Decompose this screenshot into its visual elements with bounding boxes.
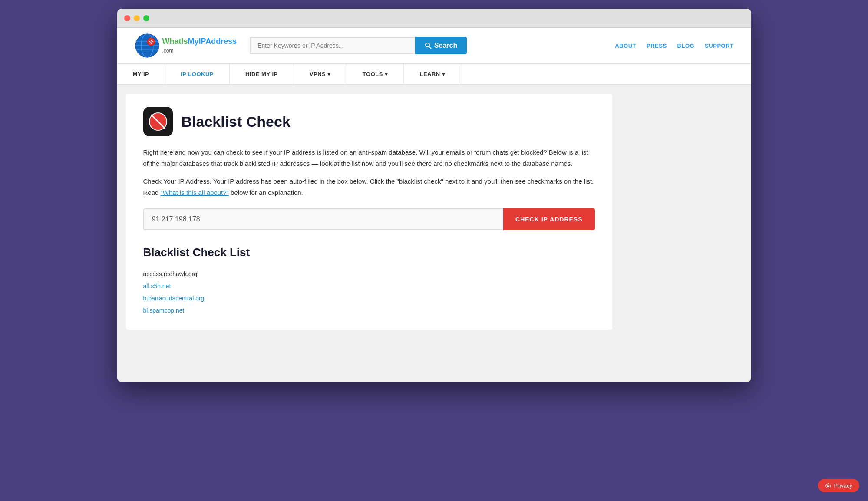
header-nav: ABOUT PRESS BLOG SUPPORT	[615, 43, 733, 49]
list-item: access.redhawk.org	[143, 268, 595, 280]
nav-my-ip[interactable]: MY IP	[117, 64, 165, 84]
svg-line-12	[429, 46, 431, 49]
logo-text: WhatIsMyIPAddress .com	[162, 37, 237, 55]
blacklist-link[interactable]: bl.spamcop.net	[143, 307, 185, 314]
description-para2: Check Your IP Address. Your IP address h…	[143, 176, 595, 198]
nav-ip-lookup[interactable]: IP LOOKUP	[165, 64, 230, 84]
close-button[interactable]	[124, 15, 130, 21]
nav-tools[interactable]: TOOLS ▾	[347, 64, 404, 84]
nav-hide-my-ip[interactable]: HIDE MY IP	[230, 64, 294, 84]
traffic-lights	[124, 15, 149, 21]
maximize-button[interactable]	[143, 15, 149, 21]
nav-about[interactable]: ABOUT	[615, 43, 636, 49]
svg-point-17	[826, 483, 831, 488]
logo-globe-icon	[135, 33, 160, 58]
page-header: Blacklist Check	[143, 107, 595, 136]
svg-point-16	[827, 485, 829, 487]
blacklist-link[interactable]: all.s5h.net	[143, 283, 171, 290]
site-header: WhatIsMyIPAddress .com Search ABOUT PRES…	[117, 28, 751, 64]
logo[interactable]: WhatIsMyIPAddress .com	[135, 33, 237, 58]
blacklist-list-title: Blacklist Check List	[143, 246, 595, 259]
no-symbol-icon	[149, 112, 168, 131]
description-para1: Right here and now you can check to see …	[143, 147, 595, 169]
content-wrapper: Blacklist Check Right here and now you c…	[117, 85, 751, 338]
privacy-label: Privacy	[834, 482, 852, 489]
main-content: Blacklist Check Right here and now you c…	[126, 94, 612, 330]
privacy-button[interactable]: Privacy	[818, 479, 859, 492]
blacklist-list: access.redhawk.org all.s5h.net b.barracu…	[143, 268, 595, 316]
what-is-link[interactable]: "What is this all about?"	[161, 189, 229, 196]
list-item: b.barracudacentral.org	[143, 292, 595, 304]
page-description: Right here and now you can check to see …	[143, 147, 595, 198]
minimize-button[interactable]	[134, 15, 140, 21]
browser-window: WhatIsMyIPAddress .com Search ABOUT PRES…	[117, 9, 751, 382]
check-ip-button[interactable]: CHECK IP ADDRESS	[503, 208, 594, 230]
ip-check-area: CHECK IP ADDRESS	[143, 208, 595, 230]
nav-learn[interactable]: LEARN ▾	[404, 64, 461, 84]
title-bar	[117, 9, 751, 28]
logo-dotcom: .com	[162, 48, 174, 54]
search-input[interactable]	[250, 37, 415, 54]
search-button[interactable]: Search	[415, 37, 467, 54]
search-button-label: Search	[434, 42, 457, 49]
page-title: Blacklist Check	[182, 113, 290, 130]
logo-myip: MyIPAddress	[188, 37, 237, 46]
list-item: bl.spamcop.net	[143, 304, 595, 316]
sidebar	[621, 85, 751, 338]
search-area: Search	[250, 37, 467, 54]
main-nav: MY IP IP LOOKUP HIDE MY IP VPNS ▾ TOOLS …	[117, 64, 751, 85]
gear-icon	[825, 483, 831, 489]
nav-support[interactable]: SUPPORT	[705, 43, 733, 49]
nav-vpns[interactable]: VPNS ▾	[294, 64, 347, 84]
list-item: all.s5h.net	[143, 280, 595, 292]
logo-whatis: WhatIs	[162, 37, 188, 46]
blacklist-icon	[143, 107, 173, 136]
ip-input[interactable]	[143, 208, 504, 230]
search-icon	[425, 42, 432, 49]
nav-press[interactable]: PRESS	[647, 43, 667, 49]
blacklist-link[interactable]: b.barracudacentral.org	[143, 295, 205, 302]
nav-blog[interactable]: BLOG	[677, 43, 695, 49]
